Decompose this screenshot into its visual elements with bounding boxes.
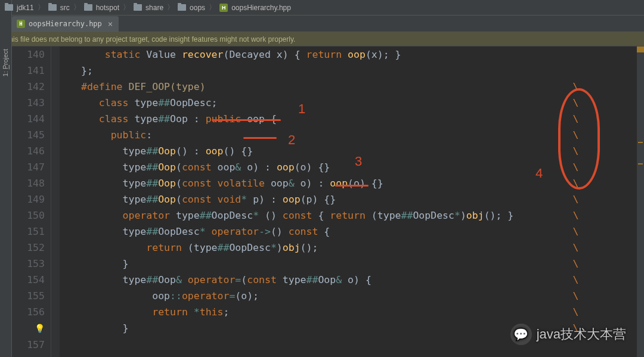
- line-number[interactable]: 145: [12, 127, 45, 143]
- code-line[interactable]: type##Oop& operator=(const type##Oop& o)…: [81, 272, 644, 288]
- error-stripe[interactable]: [637, 46, 644, 357]
- code-line[interactable]: static Value recover(Decayed x) { return…: [81, 46, 644, 63]
- line-number[interactable]: 141: [12, 63, 45, 79]
- breadcrumb-separator: 〉: [73, 2, 80, 13]
- code-editor[interactable]: 1401411421431441451461471481491501511521…: [12, 46, 644, 357]
- folder-icon: [178, 4, 186, 11]
- line-number[interactable]: 143: [12, 95, 45, 111]
- code-line[interactable]: oop::operator=(o); \: [81, 288, 644, 304]
- line-number[interactable]: 💡 157: [12, 320, 45, 353]
- code-area[interactable]: static Value recover(Decayed x) { return…: [81, 46, 644, 357]
- code-line[interactable]: type##OopDesc* operator->() const { \: [81, 223, 644, 240]
- line-number[interactable]: 156: [12, 304, 45, 320]
- line-number[interactable]: 149: [12, 191, 45, 207]
- line-number[interactable]: 155: [12, 288, 45, 304]
- line-number[interactable]: 147: [12, 159, 45, 175]
- breadcrumb-item[interactable]: share: [145, 4, 163, 12]
- line-continuation: \: [573, 242, 579, 253]
- line-continuation: \: [573, 306, 579, 318]
- hpp-file-icon: [219, 4, 228, 12]
- code-line[interactable]: type##Oop(const void* p) : oop(p) {} \: [81, 191, 644, 207]
- watermark: 💬 java技术大本营: [510, 324, 626, 345]
- folder-icon: [48, 4, 57, 11]
- line-number[interactable]: 158: [12, 353, 45, 357]
- breadcrumb-item[interactable]: hotspot: [96, 4, 119, 12]
- line-number[interactable]: 146: [12, 143, 45, 159]
- line-number[interactable]: 152: [12, 240, 45, 256]
- wechat-icon: 💬: [510, 324, 532, 345]
- fold-column: [51, 46, 60, 357]
- watermark-text: java技术大本营: [537, 325, 626, 343]
- line-continuation: \: [573, 258, 579, 269]
- line-number[interactable]: 144: [12, 111, 45, 127]
- annotation-underline-3: [335, 185, 369, 187]
- code-line[interactable]: return *this; \: [81, 304, 644, 320]
- analysis-warning-icon: [637, 46, 644, 52]
- line-continuation: \: [573, 226, 579, 237]
- line-number[interactable]: 151: [12, 223, 45, 240]
- code-line[interactable]: class type##OopDesc; \: [81, 95, 644, 111]
- line-number[interactable]: 153: [12, 256, 45, 272]
- line-number[interactable]: 150: [12, 207, 45, 223]
- hpp-file-icon: [17, 20, 25, 28]
- breadcrumb-separator: 〉: [167, 2, 174, 13]
- breadcrumb-item[interactable]: jdk11: [17, 4, 34, 12]
- line-continuation: \: [573, 290, 579, 302]
- line-continuation: \: [573, 194, 579, 205]
- code-line[interactable]: operator type##OopDesc* () const { retur…: [81, 207, 644, 223]
- breadcrumbs: jdk11〉src〉hotspot〉share〉oops〉oopsHierarc…: [0, 0, 644, 15]
- breadcrumb-separator: 〉: [123, 2, 130, 13]
- code-line[interactable]: } \: [81, 256, 644, 272]
- breadcrumb-separator: 〉: [38, 2, 45, 13]
- project-tab-label: 1: Project: [2, 49, 9, 76]
- project-tool-window-tab[interactable]: 1: Project: [0, 0, 12, 357]
- line-number[interactable]: 142: [12, 79, 45, 95]
- warning-banner: This file does not belong to any project…: [0, 32, 644, 46]
- editor-tab[interactable]: oopsHierarchy.hpp ×: [12, 16, 119, 32]
- line-number[interactable]: 154: [12, 272, 45, 288]
- code-line[interactable]: #define DEF_OOP(type) \: [81, 79, 644, 95]
- code-line[interactable]: type##Oop(const volatile oop& o) : oop(o…: [81, 175, 644, 191]
- breadcrumb-item[interactable]: oops: [190, 4, 205, 12]
- annotation-circle-4: [558, 88, 600, 190]
- stripe-mark[interactable]: [638, 163, 643, 164]
- stripe-mark[interactable]: [638, 142, 643, 143]
- code-line[interactable]: return (type##OopDesc*)obj(); \: [81, 240, 644, 256]
- tab-filename: oopsHierarchy.hpp: [29, 20, 102, 28]
- line-continuation: \: [573, 274, 579, 285]
- breadcrumb-separator: 〉: [209, 2, 216, 13]
- annotation-underline-1: [212, 119, 281, 121]
- close-tab-icon[interactable]: ×: [108, 19, 113, 29]
- editor-tabs: oopsHierarchy.hpp ×: [0, 15, 644, 32]
- line-number[interactable]: 148: [12, 175, 45, 191]
- folder-icon: [84, 4, 92, 11]
- annotation-underline-2: [243, 137, 277, 139]
- code-line[interactable]: };: [81, 63, 644, 79]
- line-number[interactable]: 140: [12, 46, 45, 63]
- indent-margin: [60, 46, 81, 357]
- folder-icon: [5, 4, 13, 11]
- breadcrumb-item[interactable]: src: [60, 4, 70, 12]
- line-continuation: \: [573, 210, 579, 221]
- folder-icon: [134, 4, 142, 11]
- breadcrumb-item[interactable]: oopsHierarchy.hpp: [231, 4, 291, 12]
- line-number-gutter: 1401411421431441451461471481491501511521…: [12, 46, 51, 357]
